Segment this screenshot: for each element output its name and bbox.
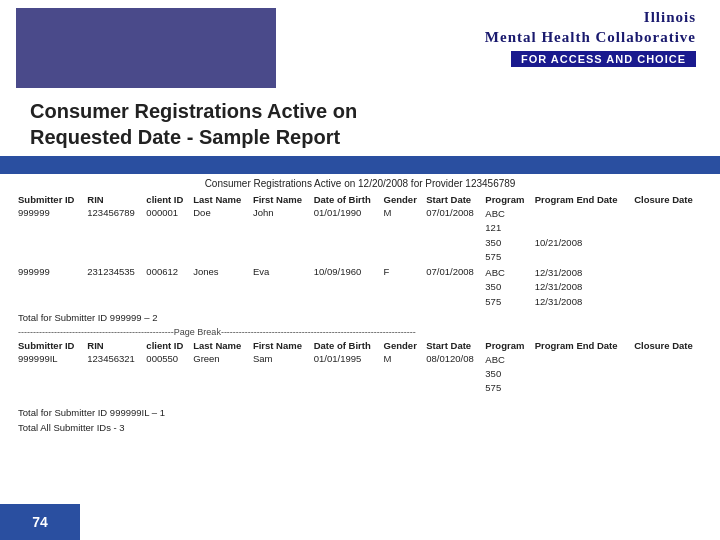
col2-submitter-id: Submitter ID [16, 339, 85, 352]
total-row-section1: Total for Submitter ID 999999 – 2 [16, 310, 704, 325]
cell2-rin: 123456321 [85, 352, 144, 397]
cell2-last-name: Green [191, 352, 251, 397]
col2-last-name: Last Name [191, 339, 251, 352]
cell-gender: M [382, 206, 425, 265]
table-row: 999999IL 123456321 000550 Green Sam 01/0… [16, 352, 704, 397]
footer-page-number: 74 [0, 504, 80, 540]
cell2-closure-date [632, 352, 704, 397]
header-right: Illinois Mental Health Collaborative FOR… [276, 8, 704, 67]
page-number: 74 [32, 514, 48, 530]
col2-dob: Date of Birth [312, 339, 382, 352]
col2-program-end-date: Program End Date [533, 339, 633, 352]
cell2-client-id: 000550 [144, 352, 191, 397]
cell-dob: 01/01/1990 [312, 206, 382, 265]
cell-first-name: Eva [251, 265, 312, 310]
cell-gender: F [382, 265, 425, 310]
cell-start-date: 07/01/2008 [424, 265, 483, 310]
total-label-section2: Total for Submitter ID 999999IL – 1 [16, 405, 704, 420]
cell-start-date: 07/01/2008 [424, 206, 483, 265]
cell2-submitter-id: 999999IL [16, 352, 85, 397]
cell-rin: 123456789 [85, 206, 144, 265]
cell-dob: 10/09/1960 [312, 265, 382, 310]
cell2-program: ABC350575 [483, 352, 532, 397]
spacer-row [16, 397, 704, 405]
cell2-start-date: 08/0120/08 [424, 352, 483, 397]
page-title-section: Consumer Registrations Active onRequeste… [0, 88, 720, 156]
col-submitter-id: Submitter ID [16, 193, 85, 206]
cell2-gender: M [382, 352, 425, 397]
col-rin: RIN [85, 193, 144, 206]
cell2-program-end-date [533, 352, 633, 397]
report-title: Consumer Registrations Active on 12/20/2… [16, 178, 704, 189]
col2-rin: RIN [85, 339, 144, 352]
col-client-id: client ID [144, 193, 191, 206]
col-first-name: First Name [251, 193, 312, 206]
cell-last-name: Doe [191, 206, 251, 265]
cell-submitter-id: 999999 [16, 265, 85, 310]
page-title: Consumer Registrations Active onRequeste… [30, 98, 704, 150]
logo-line2: Mental Health Collaborative [485, 28, 696, 48]
logo-subtitle: FOR ACCESS AND CHOICE [511, 51, 696, 67]
header-left-block [16, 8, 276, 88]
total-label-all: Total All Submitter IDs - 3 [16, 420, 704, 435]
cell-client-id: 000612 [144, 265, 191, 310]
cell-program-end-date: 10/21/2008 [533, 206, 633, 265]
col2-first-name: First Name [251, 339, 312, 352]
logo-title: Illinois Mental Health Collaborative [485, 8, 696, 47]
blue-bar [0, 156, 720, 174]
total-row-section2: Total for Submitter ID 999999IL – 1 [16, 405, 704, 420]
cell2-dob: 01/01/1995 [312, 352, 382, 397]
col-header-row-2: Submitter ID RIN client ID Last Name Fir… [16, 339, 704, 352]
page-break-row: ----------------------------------------… [16, 325, 704, 339]
col2-closure-date: Closure Date [632, 339, 704, 352]
col-header-row: Submitter ID RIN client ID Last Name Fir… [16, 193, 704, 206]
col-program: Program [483, 193, 532, 206]
col-start-date: Start Date [424, 193, 483, 206]
cell-last-name: Jones [191, 265, 251, 310]
cell-program: ABC350575 [483, 265, 532, 310]
report-section: Consumer Registrations Active on 12/20/2… [0, 178, 720, 435]
cell-submitter-id: 999999 [16, 206, 85, 265]
col-program-end-date: Program End Date [533, 193, 633, 206]
col-last-name: Last Name [191, 193, 251, 206]
cell-closure-date [632, 265, 704, 310]
col-dob: Date of Birth [312, 193, 382, 206]
cell-rin: 231234535 [85, 265, 144, 310]
header: Illinois Mental Health Collaborative FOR… [0, 0, 720, 88]
col2-gender: Gender [382, 339, 425, 352]
table-row: 999999 123456789 000001 Doe John 01/01/1… [16, 206, 704, 265]
col2-client-id: client ID [144, 339, 191, 352]
cell-closure-date [632, 206, 704, 265]
cell2-first-name: Sam [251, 352, 312, 397]
col-gender: Gender [382, 193, 425, 206]
total-row-all: Total All Submitter IDs - 3 [16, 420, 704, 435]
report-table-section1: Submitter ID RIN client ID Last Name Fir… [16, 193, 704, 435]
col2-start-date: Start Date [424, 339, 483, 352]
col2-program: Program [483, 339, 532, 352]
cell-first-name: John [251, 206, 312, 265]
cell-client-id: 000001 [144, 206, 191, 265]
cell-program: ABC121350575 [483, 206, 532, 265]
cell-program-end-date: 12/31/200812/31/200812/31/2008 [533, 265, 633, 310]
col-closure-date: Closure Date [632, 193, 704, 206]
page-break-text: ----------------------------------------… [16, 325, 704, 339]
table-row: 999999 231234535 000612 Jones Eva 10/09/… [16, 265, 704, 310]
total-label-section1: Total for Submitter ID 999999 – 2 [16, 310, 704, 325]
logo-line1: Illinois [485, 8, 696, 28]
